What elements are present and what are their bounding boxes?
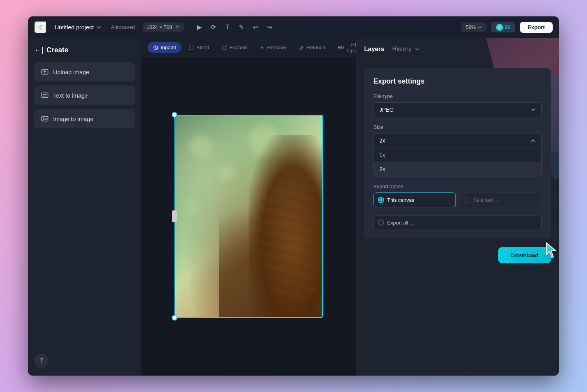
this-canvas-radio [378,197,384,203]
upload-icon [41,68,49,76]
size-label: Size [374,124,542,130]
handle-top-left[interactable] [172,112,177,118]
inpaint-tab[interactable]: Inpaint [148,42,181,53]
size-option-2x[interactable]: 2x [374,162,541,176]
file-type-label: File type [374,93,542,99]
selected-radio [464,197,470,203]
download-area: Download [356,247,559,271]
rotate-tool[interactable]: ⟳ [207,21,220,34]
upload-image-button[interactable]: Upload image [34,62,135,82]
zoom-control[interactable]: 59% [461,23,487,32]
content-area: ←| Create Upload image [28,38,559,376]
canvas-size-button[interactable]: 1024 × 768 [143,23,184,32]
sub-toolbar: Inpaint Blend Expand [141,38,356,57]
blend-tab[interactable]: Blend [183,42,215,53]
right-panel-header: Layers History [356,38,559,60]
back-arrow-icon: ←| [34,46,43,54]
export-all-button[interactable]: Export all ... [374,215,542,230]
back-button[interactable] [34,21,47,34]
text-to-image-icon [41,91,49,100]
select-tool[interactable]: ▶ [193,21,206,34]
main-canvas-area: Inpaint Blend Expand [141,38,356,376]
right-panel: Layers History Export settings File type… [356,38,559,376]
text-to-image-label: Text to image [53,92,88,99]
create-label: Create [46,46,68,54]
this-canvas-button[interactable]: This canvas [374,192,456,207]
project-name: Untitled project [55,24,94,30]
handle-bottom-left[interactable] [172,315,177,321]
text-tool[interactable]: T [221,21,234,34]
app-window: Untitled project Autosaved 1024 × 768 ▶ … [28,16,559,376]
history-tab[interactable]: History [392,46,420,53]
left-sidebar: ←| Create Upload image [28,38,141,376]
canvas-image [174,115,323,318]
size-option-1x[interactable]: 1x [374,148,541,162]
export-button[interactable]: Export [520,22,553,33]
file-type-select[interactable]: JPEG [374,102,542,117]
export-option-label: Export option [374,184,542,189]
download-button[interactable]: Download [498,247,551,263]
upload-image-label: Upload image [53,69,89,75]
credits-button[interactable]: ⚡ 98 [491,22,515,32]
credits-icon: ⚡ [496,24,503,31]
svg-rect-1 [42,93,48,98]
expand-tab[interactable]: Expand [216,42,252,53]
layers-tab[interactable]: Layers [364,46,384,53]
selected-layers-button[interactable]: Selected l... [460,192,542,207]
pen-tool[interactable]: ✎ [235,21,248,34]
undo-button[interactable]: ↩ [249,21,262,34]
export-settings-title: Export settings [374,77,542,86]
project-name-button[interactable]: Untitled project [52,22,105,32]
autosaved-status: Autosaved [111,24,135,30]
canvas-image-wrapper[interactable] [174,115,323,318]
image-to-image-button[interactable]: Image to image [34,109,135,128]
tool-group: ▶ ⟳ T ✎ ↩ ↪ [193,21,276,34]
image-to-image-label: Image to image [53,116,93,122]
handle-middle-left[interactable] [172,210,177,222]
create-header: ←| Create [34,46,135,54]
export-settings-panel: Export settings File type JPEG Size 2x [364,68,551,239]
remove-tab[interactable]: Remove [254,42,291,53]
export-all-radio [378,219,384,226]
svg-rect-6 [223,46,226,49]
svg-rect-5 [189,46,193,50]
text-to-image-button[interactable]: Text to image [34,86,135,105]
export-options: This canvas Selected l... [374,192,542,207]
canvas-content [141,57,356,376]
retouch-tab[interactable]: Retouch [293,42,331,53]
help-button[interactable]: ? [34,354,48,368]
top-bar: Untitled project Autosaved 1024 × 768 ▶ … [28,16,559,38]
redo-button[interactable]: ↪ [263,21,276,34]
size-select[interactable]: 2x [374,133,542,148]
size-dropdown: 1x 2x [374,148,542,176]
hd-upscal-tab[interactable]: HD HD Upscal [332,39,356,56]
image-to-image-icon [41,114,49,123]
